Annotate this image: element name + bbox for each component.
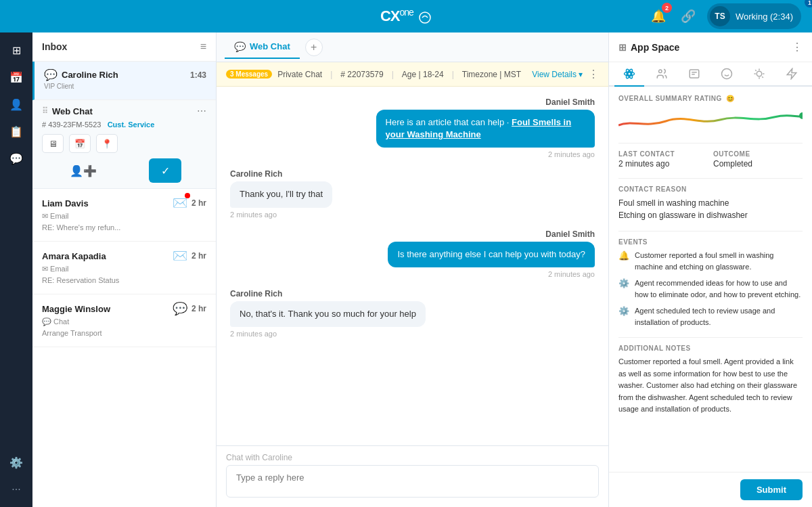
message-bubble: No, that's it. Thank you so much for you… (230, 301, 426, 327)
screen-icon: 🖥 (49, 139, 58, 149)
grid-icon: ⊞ (618, 42, 627, 53)
event-text-3: Agent scheduled tech to review usage and… (635, 305, 803, 328)
event-item: ⚙️ Agent recommended ideas for how to us… (618, 278, 803, 300)
tab-lightning[interactable] (777, 62, 807, 87)
sidebar-item-contacts[interactable]: 👤 (4, 92, 28, 116)
sidebar-item-settings[interactable]: ⚙️ (4, 450, 28, 475)
message-sender: Daniel Smith (545, 229, 595, 239)
inbox-panel: Inbox ≡ 💬 Caroline Rich 1:43 VIP Client (32, 32, 217, 507)
last-contact-value: 2 minutes ago (618, 159, 708, 169)
list-item[interactable]: Maggie Winslow 💬 2 hr 💬 Chat Arrange Tra… (32, 294, 216, 347)
chat-icon: 💬 (173, 301, 187, 316)
link-icon: 🔗 (681, 9, 696, 24)
submit-button[interactable]: Submit (740, 479, 803, 500)
tab-brightness[interactable] (744, 62, 774, 87)
calendar-icon: 📅 (9, 71, 23, 84)
event-icon-1: 🔔 (618, 250, 629, 261)
location-button[interactable]: 📍 (96, 134, 118, 153)
screen-share-button[interactable]: 🖥 (42, 134, 64, 153)
events-label: EVENTS (618, 238, 803, 246)
contact-preview: Arrange Transport (42, 329, 206, 337)
tab-emoji[interactable] (712, 62, 742, 87)
divider (618, 178, 803, 179)
event-item: ⚙️ Agent scheduled tech to review usage … (618, 305, 803, 328)
contact-time: 2 hr (191, 198, 206, 208)
chat-input-area: Chat with Caroline (217, 445, 608, 507)
message-time: 2 minutes ago (548, 150, 595, 158)
chat-meta: # 439-23FM-5523 Cust. Service (42, 120, 206, 129)
chat-subheader: 3 Messages Private Chat | # 22073579 | A… (217, 62, 608, 87)
service-tag: Cust. Service (108, 120, 155, 129)
list-item[interactable]: Liam Davis ✉️ 2 hr ✉ Email RE: Where's m… (32, 189, 216, 242)
message-group: Caroline Rich No, that's it. Thank you s… (230, 289, 595, 338)
chevron-down-icon: ▾ (579, 70, 583, 79)
rating-chart (618, 106, 803, 133)
assign-button[interactable]: 👤➕ (67, 158, 99, 183)
sidebar-item-more[interactable]: ··· (4, 477, 28, 502)
chat-icon: 💬 (9, 152, 23, 165)
accept-button[interactable]: ✓ (149, 158, 181, 183)
link-button[interactable]: 🔗 (677, 5, 699, 27)
chat-more-button[interactable]: ⋮ (588, 68, 599, 81)
chat-tab-label: Web Chat (250, 41, 290, 51)
sidebar-item-calendar[interactable]: 📅 (4, 65, 28, 89)
list-item[interactable]: Amara Kapadia ✉️ 2 hr ✉ Email RE: Reserv… (32, 242, 216, 294)
email-icon: ✉️ (173, 196, 187, 211)
chat-card-title: Web Chat (52, 106, 93, 116)
chat-id: # 22073579 (340, 70, 383, 79)
agent-badge: 1 (805, 0, 812, 7)
chat-card-menu-button[interactable]: ⋯ (197, 106, 206, 116)
message-time: 2 minutes ago (230, 211, 277, 219)
list-item[interactable]: 💬 Caroline Rich 1:43 VIP Client (32, 62, 216, 100)
message-group: Caroline Rich Thank you, I'll try that 2… (230, 169, 595, 218)
messages-badge: 3 Messages (226, 70, 272, 79)
view-details-link[interactable]: View Details ▾ (532, 70, 583, 79)
app-space-tabs (609, 62, 812, 87)
chat-input[interactable] (226, 465, 599, 498)
tab-contact[interactable] (679, 62, 709, 87)
submit-row: Submit (609, 472, 812, 507)
agent-status-widget[interactable]: TS 1 Working (2:34) (707, 3, 801, 29)
message-bubble: Thank you, I'll try that (230, 181, 332, 207)
event-text-2: Agent recommended ideas for how to use a… (635, 278, 803, 300)
side-nav: ⊞ 📅 👤 📋 💬 ⚙️ ··· (0, 32, 32, 507)
last-contact-item: LAST CONTACT 2 minutes ago (618, 150, 708, 169)
avatar: TS 1 (710, 6, 730, 26)
more-icon: ··· (12, 483, 20, 495)
schedule-button[interactable]: 📅 (69, 134, 91, 153)
add-tab-button[interactable]: + (305, 39, 323, 56)
tab-webchat[interactable]: 💬 Web Chat (225, 36, 300, 59)
article-link[interactable]: Foul Smells in your Washing Machine (386, 117, 572, 139)
chat-actions: 🖥 📅 📍 (42, 134, 206, 153)
app-space-title: ⊞ App Space (618, 42, 679, 53)
message-sender: Caroline Rich (230, 289, 282, 299)
sidebar-item-dashboard[interactable]: ⊞ (4, 38, 28, 62)
events-section: EVENTS 🔔 Customer reported a foul smell … (618, 238, 803, 328)
summary-label: OVERALL SUMMARY RATING 😊 (618, 95, 803, 102)
svg-marker-19 (787, 69, 796, 79)
sidebar-item-reports[interactable]: 📋 (4, 119, 28, 144)
contact-time: 2 hr (191, 251, 206, 261)
svg-point-0 (420, 12, 430, 23)
additional-notes-section: ADDITIONAL NOTES Customer reported a fou… (618, 345, 803, 416)
calendar-icon: 📅 (74, 139, 85, 149)
chat-input-label: Chat with Caroline (226, 453, 599, 462)
message-group: Daniel Smith Here is an article that can… (230, 97, 595, 158)
chat-tabs: 💬 Web Chat + (217, 32, 608, 62)
app-space-menu-button[interactable]: ⋮ (792, 41, 803, 53)
message-sender: Daniel Smith (545, 97, 595, 107)
notifications-button[interactable]: 🔔 2 (648, 5, 669, 27)
sidebar-item-chat[interactable]: 💬 (4, 146, 28, 171)
event-item: 🔔 Customer reported a foul smell in wash… (618, 250, 803, 272)
chat-age: Age | 18-24 (402, 70, 444, 79)
tab-atom[interactable] (614, 62, 644, 87)
outcome-item: OUTCOME Completed (713, 150, 803, 169)
location-icon: 📍 (102, 139, 112, 149)
tab-people[interactable] (647, 62, 677, 87)
svg-line-15 (755, 70, 757, 71)
app-space-panel: ⊞ App Space ⋮ (609, 32, 812, 507)
plus-icon: + (311, 41, 317, 53)
inbox-menu-button[interactable]: ≡ (200, 41, 206, 53)
additional-notes-text: Customer reported a foul smell. Agent pr… (618, 356, 803, 416)
svg-point-12 (757, 71, 762, 76)
